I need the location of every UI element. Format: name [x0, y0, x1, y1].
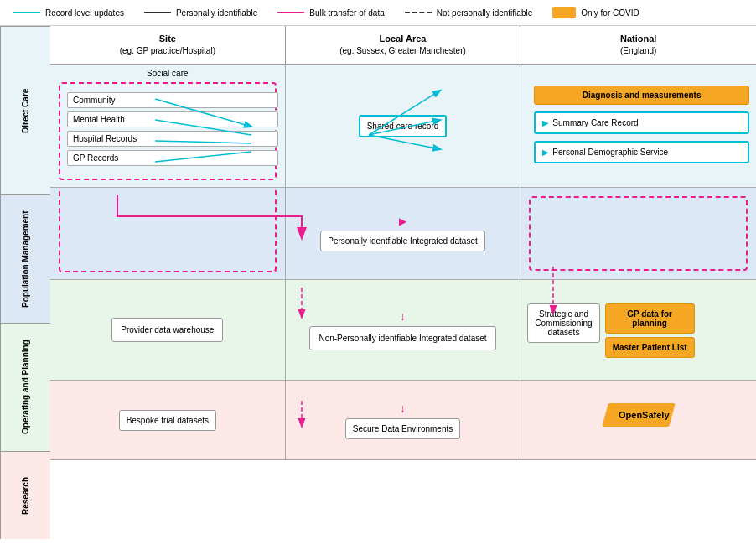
national-title: National	[524, 33, 753, 45]
pink-arrow-up: ▶	[399, 215, 406, 227]
national-direct-boxes: Diagnosis and measurements ▶ Summary Car…	[527, 72, 749, 163]
teal-arrow-demographic: ▶	[542, 148, 549, 157]
legend-personally-label: Personally identifiable	[176, 8, 257, 18]
hospital-record: Hospital Records	[67, 131, 278, 147]
black-solid-line	[144, 12, 171, 13]
sections: Social care Community Mental Health	[50, 65, 756, 460]
national-dashed-box	[529, 196, 748, 271]
research-row: Bespoke trial datasets ↓ Secure Data Env…	[50, 381, 756, 460]
diagram-container: Record level updates Personally identifi…	[0, 0, 756, 560]
row-labels: Direct Care Population Management Operat…	[0, 26, 50, 539]
operating-national-boxes: Strategic and Commissioning datasets GP …	[527, 303, 749, 358]
local-title: Local Area	[289, 33, 517, 45]
secure-data-box: Secure Data Environments	[345, 418, 461, 439]
opensafely-diamond: OpenSafely	[605, 403, 672, 437]
site-title: Site	[54, 33, 282, 45]
summary-care-box: ▶ Summary Care Record	[534, 111, 749, 134]
pink-arrow-down-research: ↓	[400, 402, 406, 415]
direct-care-site-col: Social care Community Mental Health	[50, 65, 286, 187]
operating-national-col: Strategic and Commissioning datasets GP …	[520, 280, 756, 380]
operating-local-content: ↓ Non-Personally identfiable Integrated …	[309, 309, 495, 350]
operating-national-right: GP data for planning Master Patient List	[605, 303, 695, 358]
legend-not-personally: Not personally identifiable	[405, 8, 533, 18]
legend-covid: Only for COVID	[552, 7, 639, 18]
row-label-operating: Operating and Planning	[0, 323, 50, 451]
col-header-site: Site (eg. GP practice/Hospital)	[50, 26, 286, 64]
direct-care-row: Social care Community Mental Health	[50, 65, 756, 188]
teal-solid-line	[13, 12, 40, 13]
opensafely-box: OpenSafely	[602, 403, 676, 427]
covid-box	[552, 7, 576, 18]
population-national-col	[520, 188, 756, 279]
provider-warehouse-box: Provider data warehouse	[111, 318, 223, 342]
gp-record: GP Records	[67, 150, 278, 166]
opensafely-label: OpenSafely	[619, 410, 659, 420]
content-area: Site (eg. GP practice/Hospital) Local Ar…	[50, 26, 756, 539]
row-label-research: Research	[0, 451, 50, 539]
research-local-col: ↓ Secure Data Environments	[286, 381, 521, 459]
social-care-label: Social care	[147, 69, 188, 78]
legend-covid-label: Only for COVID	[581, 8, 639, 18]
legend-bulk-transfer: Bulk transfer of data	[277, 8, 385, 18]
legend: Record level updates Personally identifi…	[0, 0, 756, 26]
local-subtitle: (eg. Sussex, Greater Manchester)	[289, 45, 517, 57]
direct-care-national-col: Diagnosis and measurements ▶ Summary Car…	[520, 65, 756, 187]
community-record: Community	[67, 92, 278, 108]
bespoke-trial-box: Bespoke trial datasets	[119, 410, 216, 431]
teal-arrow-summary: ▶	[542, 118, 549, 127]
mental-health-record: Mental Health	[67, 111, 278, 127]
personal-demographic-box: ▶ Personal Demographic Service	[534, 141, 749, 163]
diagnosis-box: Diagnosis and measurements	[534, 86, 749, 105]
black-dashed-line	[405, 12, 432, 13]
gp-data-planning-box: GP data for planning	[605, 303, 695, 334]
shared-care-record-box: Shared care record	[359, 115, 448, 137]
population-local-col: ▶ Personally identfiable Integrated data…	[286, 188, 521, 279]
research-site-col: Bespoke trial datasets	[50, 381, 286, 459]
population-local-content: ▶ Personally identfiable Integrated data…	[320, 215, 484, 251]
legend-record-label: Record level updates	[45, 8, 124, 18]
row-label-population: Population Management	[0, 194, 50, 323]
strategic-datasets-box: Strategic and Commissioning datasets	[527, 303, 599, 343]
pink-arrow-down: ↓	[400, 309, 406, 323]
legend-bulk-label: Bulk transfer of data	[309, 8, 385, 18]
dashed-border-box-pop	[59, 188, 277, 272]
legend-not-personally-label: Not personally identifiable	[437, 8, 533, 18]
population-site-col	[50, 188, 286, 279]
research-national-col: OpenSafely	[520, 381, 756, 459]
national-subtitle: (England)	[524, 45, 753, 57]
pink-solid-line	[277, 12, 304, 13]
direct-care-local-col: Shared care record	[286, 65, 521, 187]
operating-site-col: Provider data warehouse	[50, 280, 286, 380]
legend-personally-id: Personally identifiable	[144, 8, 257, 18]
site-subtitle: (eg. GP practice/Hospital)	[54, 45, 282, 57]
col-header-local: Local Area (eg. Sussex, Greater Manchest…	[286, 26, 521, 64]
operating-row: Provider data warehouse ↓ Non-Personally…	[50, 280, 756, 381]
population-row: ▶ Personally identfiable Integrated data…	[50, 188, 756, 280]
row-label-direct-care: Direct Care	[0, 26, 50, 194]
personally-identifiable-box: Personally identfiable Integrated datase…	[320, 231, 484, 251]
research-local-content: ↓ Secure Data Environments	[345, 402, 461, 439]
legend-record-level: Record level updates	[13, 8, 124, 18]
non-personally-box: Non-Personally identfiable Integrated da…	[309, 326, 495, 350]
main-grid: Direct Care Population Management Operat…	[0, 26, 756, 539]
master-patient-list-box: Master Patient List	[605, 337, 695, 358]
col-header-national: National (England)	[520, 26, 756, 64]
col-headers: Site (eg. GP practice/Hospital) Local Ar…	[50, 26, 756, 65]
operating-local-col: ↓ Non-Personally identfiable Integrated …	[286, 280, 521, 380]
